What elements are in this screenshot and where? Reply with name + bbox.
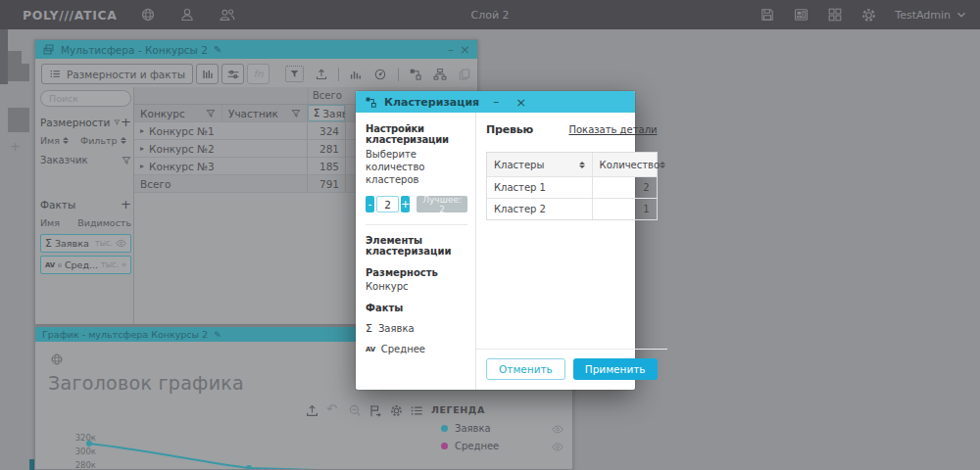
cluster-row[interactable]: Кластер 1 2 [487, 176, 657, 198]
user-name: TestAdmin [895, 9, 951, 22]
close-button[interactable]: × [460, 43, 470, 56]
count-column-header[interactable]: Количество [593, 153, 657, 176]
best-count-button: Лучшее: 2 [416, 196, 467, 212]
clustering-icon[interactable] [409, 68, 422, 81]
dimension-value: Конкурс [366, 281, 467, 292]
filter-funnel-icon[interactable] [291, 109, 301, 118]
fn-button: fn [247, 64, 270, 84]
clustering-modal: Кластеризация – × Настройки кластеризаци… [356, 91, 635, 390]
column-header-konkurs[interactable]: Конкурс [134, 105, 222, 121]
divider [366, 224, 467, 225]
chart-icon[interactable] [349, 68, 363, 81]
app-logo: POLY///ATICA [23, 8, 117, 23]
speedometer-icon[interactable] [373, 68, 387, 81]
preview-heading: Превью [486, 123, 533, 136]
column-header-uchastnik[interactable]: Участник [222, 105, 308, 121]
multisphere-titlebar[interactable]: Мультисфера - Конкурсы 2 ✎ – × [35, 40, 477, 59]
eye-icon[interactable] [122, 260, 126, 269]
multisphere-title: Мультисфера - Конкурсы 2 [61, 44, 208, 56]
background-window-fragment [0, 29, 8, 84]
clusters-table: Кластеры Количество Кластер 1 2 Класт [486, 152, 658, 220]
hierarchy-icon[interactable] [433, 68, 447, 81]
modal-footer: Отменить Применить [476, 349, 667, 380]
eye-icon[interactable] [116, 239, 126, 248]
modal-settings-pane: Настройки кластеризации Выберите количес… [356, 113, 476, 390]
multisphere-window-icon [42, 43, 55, 56]
modal-title: Кластеризация [384, 96, 479, 109]
search-in-table-icon[interactable] [196, 64, 219, 84]
minus-button[interactable]: - [366, 196, 374, 212]
users-icon[interactable] [219, 7, 236, 23]
chevron-down-icon [956, 11, 966, 19]
filter-funnel-icon[interactable] [114, 118, 121, 127]
expand-caret-icon[interactable]: ▸ [140, 144, 144, 153]
apply-button[interactable]: Применить [573, 358, 658, 380]
sliders-icon[interactable] [221, 64, 244, 84]
save-icon[interactable] [760, 7, 775, 23]
modal-minimize-button[interactable]: – [493, 95, 499, 109]
modal-titlebar[interactable]: Кластеризация – × [356, 91, 635, 113]
cluster-count-stepper: - + Лучшее: 2 [366, 196, 467, 212]
sum-icon: Σ [45, 237, 52, 250]
modal-fact-item: Σ Заявка [366, 322, 467, 335]
expand-caret-icon[interactable]: ▸ [140, 162, 144, 170]
cluster-row[interactable]: Кластер 2 1 [487, 198, 657, 219]
filter-funnel-icon[interactable] [206, 109, 216, 118]
cluster-count-input[interactable] [376, 196, 399, 212]
minimize-button[interactable]: – [448, 44, 454, 56]
dimensions-header: Размерности + [40, 115, 131, 129]
sort-icon[interactable] [63, 137, 69, 144]
settings-gear-icon[interactable] [860, 7, 877, 24]
user-icon[interactable] [179, 7, 195, 23]
sort-icon[interactable] [579, 162, 585, 168]
topbar: POLY///ATICA Слой 2 TestAdmin [0, 0, 980, 29]
dims-facts-button[interactable]: Размерности и факты [41, 64, 193, 84]
add-dimension-button[interactable]: + [121, 115, 131, 129]
background-plus-icon[interactable]: + [10, 139, 21, 154]
expand-caret-icon[interactable]: ▸ [140, 126, 144, 135]
dimensions-columns: Имя Фильтр [40, 135, 131, 146]
sum-icon: Σ [366, 322, 372, 335]
sort-icon[interactable] [121, 137, 126, 144]
settings-heading: Настройки кластеризации [366, 123, 467, 145]
show-details-link[interactable]: Показать детали [568, 124, 657, 135]
rename-icon[interactable]: ✎ [214, 44, 221, 55]
facts-columns: Имя Видимость [40, 217, 131, 228]
layouts-icon[interactable] [793, 7, 809, 23]
background-window-fragment [8, 108, 29, 132]
grid-apps-icon[interactable] [827, 7, 843, 23]
dimension-item[interactable]: Заказчик [40, 155, 131, 165]
fact-item-srednee[interactable]: AV Сред... тыс. [40, 256, 131, 274]
average-icon: AV [45, 261, 55, 269]
fact-item-zayavka[interactable]: Σ Заявка тыс. [40, 234, 131, 253]
settings-subheading: Выберите количество кластеров [366, 148, 467, 186]
spheres-list-icon[interactable] [140, 7, 156, 23]
elements-heading: Элементы кластеризации [366, 235, 467, 257]
plus-button[interactable]: + [401, 196, 410, 212]
facts-label: Факты [366, 303, 467, 313]
column-header-zayavka[interactable]: Σ Заявка [308, 105, 346, 121]
clustering-icon [365, 96, 377, 109]
app-root: POLY///ATICA Слой 2 TestAdmin [0, 0, 980, 470]
export-icon[interactable] [315, 68, 328, 81]
list-icon [49, 68, 62, 80]
dimension-label: Размерность [366, 267, 467, 278]
facts-header: Факты + [40, 197, 131, 212]
search-input[interactable] [40, 90, 131, 107]
add-fact-button[interactable]: + [121, 197, 131, 212]
average-icon: AV [366, 346, 375, 353]
copied-fact-icon [58, 260, 62, 270]
modal-close-button[interactable]: × [515, 95, 526, 110]
clusters-column-header[interactable]: Кластеры [487, 153, 593, 176]
sort-icon[interactable] [660, 162, 665, 168]
background-window-fragment [8, 51, 22, 64]
dims-facts-panel: Размерности + Имя Фильтр Заказчик Факты … [40, 87, 131, 319]
filter-funnel-icon[interactable] [122, 156, 131, 165]
filter-icon[interactable] [285, 66, 304, 82]
cancel-button[interactable]: Отменить [486, 358, 565, 380]
copy-icon [458, 68, 471, 81]
modal-fact-item: AV Среднее [366, 344, 467, 354]
background-window-fragment [8, 64, 29, 81]
user-menu[interactable]: TestAdmin [895, 9, 966, 22]
modal-preview-pane: Превью Показать детали Кластеры Количест… [476, 113, 667, 390]
